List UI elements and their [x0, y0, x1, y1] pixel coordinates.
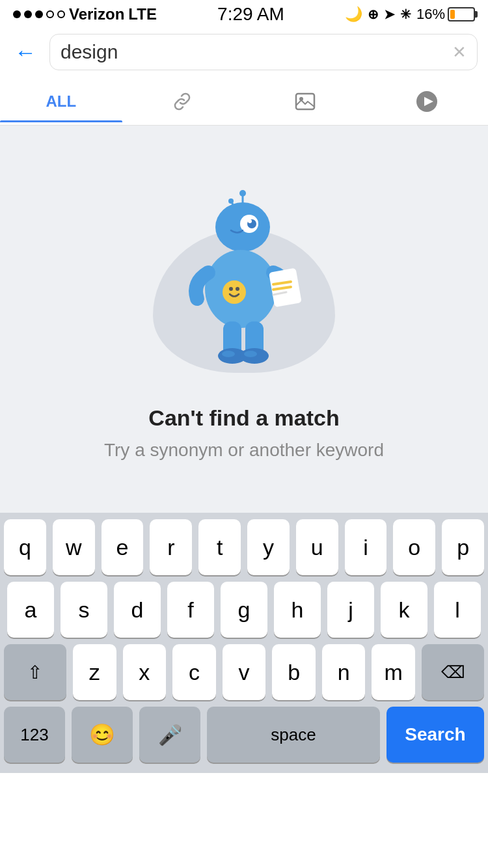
- key-k[interactable]: k: [381, 582, 427, 638]
- key-v[interactable]: v: [223, 644, 266, 700]
- tab-images[interactable]: [244, 78, 366, 125]
- dot-1: [13, 10, 21, 18]
- svg-rect-0: [296, 94, 314, 109]
- key-c[interactable]: c: [172, 644, 216, 700]
- moon-icon: 🌙: [345, 6, 362, 23]
- robot-illustration: [172, 182, 316, 373]
- search-button[interactable]: Search: [386, 707, 484, 763]
- keyboard-row-3: ⇧ z x c v b n m ⌫: [4, 644, 484, 700]
- key-z[interactable]: z: [73, 644, 116, 700]
- signal-dots: [13, 10, 65, 18]
- dot-5: [57, 10, 65, 18]
- carrier-name: Verizon: [69, 5, 124, 23]
- svg-point-14: [229, 287, 233, 291]
- key-d[interactable]: d: [114, 582, 161, 638]
- no-results-section: Can't find a match Try a synonym or anot…: [0, 126, 488, 513]
- emoji-key[interactable]: 😊: [72, 707, 133, 763]
- key-s[interactable]: s: [61, 582, 107, 638]
- lock-icon: ⊕: [368, 7, 379, 22]
- battery-fill: [450, 10, 455, 19]
- no-match-subtitle: Try a synonym or another keyword: [104, 440, 384, 461]
- search-input-wrap: design ✕: [49, 34, 478, 70]
- link-icon: [171, 90, 195, 113]
- tab-all[interactable]: ALL: [0, 81, 122, 122]
- search-bar-row: ← design ✕: [0, 29, 488, 78]
- illustration-container: [133, 165, 355, 386]
- network-type: LTE: [128, 5, 157, 23]
- tab-videos[interactable]: [366, 78, 489, 125]
- key-u[interactable]: u: [296, 519, 338, 575]
- key-l[interactable]: l: [434, 582, 481, 638]
- location-icon: ➤: [384, 7, 395, 22]
- key-h[interactable]: h: [274, 582, 321, 638]
- status-time: 7:29 AM: [217, 4, 284, 25]
- key-x[interactable]: x: [123, 644, 167, 700]
- key-p[interactable]: p: [442, 519, 484, 575]
- delete-key[interactable]: ⌫: [422, 644, 484, 700]
- key-o[interactable]: o: [393, 519, 435, 575]
- number-key[interactable]: 123: [4, 707, 65, 763]
- battery-icon: [448, 7, 475, 21]
- search-input[interactable]: design: [61, 41, 452, 63]
- keyboard: q w e r t y u i o p a s d f g h j k l ⇧ …: [0, 513, 488, 773]
- bluetooth-icon: ✳: [400, 7, 411, 22]
- svg-point-11: [248, 219, 252, 223]
- dot-4: [46, 10, 54, 18]
- shift-key[interactable]: ⇧: [4, 644, 66, 700]
- key-i[interactable]: i: [345, 519, 387, 575]
- image-icon: [293, 90, 317, 113]
- key-m[interactable]: m: [372, 644, 415, 700]
- tab-links[interactable]: [122, 78, 245, 125]
- key-n[interactable]: n: [322, 644, 366, 700]
- key-a[interactable]: a: [7, 582, 54, 638]
- dot-2: [24, 10, 32, 18]
- status-right: 🌙 ⊕ ➤ ✳ 16%: [345, 6, 475, 23]
- key-w[interactable]: w: [53, 519, 95, 575]
- battery-container: 16%: [416, 6, 475, 23]
- battery-percent: 16%: [416, 6, 445, 23]
- keyboard-row-4: 123 😊 🎤 space Search: [4, 707, 484, 763]
- key-y[interactable]: y: [247, 519, 290, 575]
- key-g[interactable]: g: [221, 582, 267, 638]
- key-f[interactable]: f: [167, 582, 214, 638]
- key-b[interactable]: b: [272, 644, 316, 700]
- clear-button[interactable]: ✕: [452, 44, 467, 61]
- svg-point-24: [222, 351, 235, 357]
- svg-point-25: [244, 351, 257, 357]
- key-j[interactable]: j: [327, 582, 374, 638]
- key-r[interactable]: r: [150, 519, 192, 575]
- key-e[interactable]: e: [102, 519, 144, 575]
- no-match-title: Can't find a match: [148, 405, 339, 431]
- keyboard-row-1: q w e r t y u i o p: [4, 519, 484, 575]
- space-key[interactable]: space: [207, 707, 380, 763]
- video-icon: [415, 90, 439, 113]
- keyboard-row-2: a s d f g h j k l: [4, 582, 484, 638]
- svg-point-13: [223, 280, 246, 304]
- mic-key[interactable]: 🎤: [139, 707, 200, 763]
- key-t[interactable]: t: [198, 519, 241, 575]
- back-button[interactable]: ←: [10, 38, 40, 66]
- svg-point-15: [236, 287, 239, 291]
- dot-3: [35, 10, 43, 18]
- key-q[interactable]: q: [4, 519, 46, 575]
- status-bar: Verizon LTE 7:29 AM 🌙 ⊕ ➤ ✳ 16%: [0, 0, 488, 29]
- status-left: Verizon LTE: [13, 5, 157, 23]
- filter-tabs: ALL: [0, 78, 488, 126]
